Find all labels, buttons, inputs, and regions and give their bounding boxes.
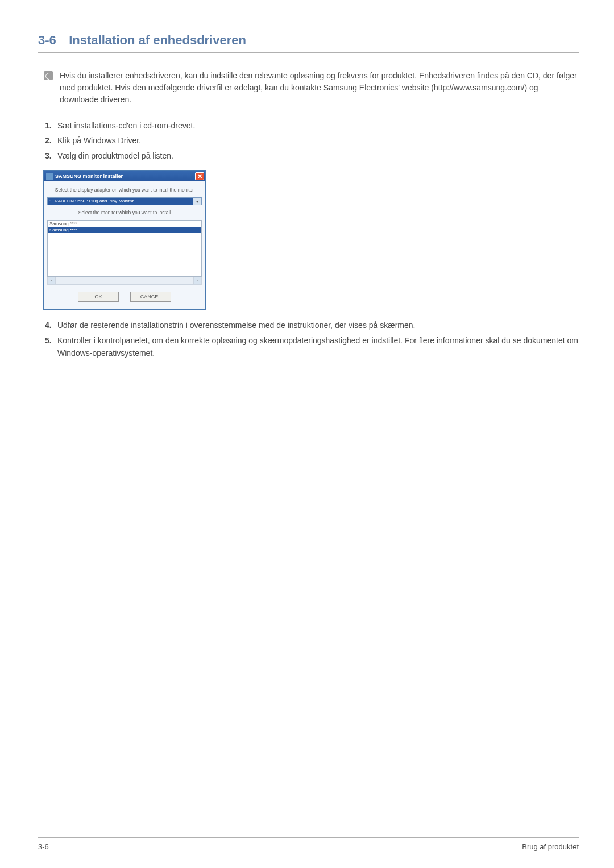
monitor-list-item-selected[interactable]: Samsung **** — [48, 227, 201, 233]
list-item: 3. Vælg din produktmodel på listen. — [45, 149, 579, 162]
dropdown-value: 1. RADEON 9550 : Plug and Play Monitor — [48, 198, 193, 205]
ok-button[interactable]: OK — [78, 292, 119, 302]
section-number: 3-6 — [38, 33, 56, 48]
list-item: 5. Kontroller i kontrolpanelet, om den k… — [45, 334, 579, 360]
page-footer: 3-6 Brug af produktet — [38, 837, 579, 851]
dialog-title: SAMSUNG monitor installer — [55, 173, 195, 179]
scroll-left-icon[interactable]: ‹ — [48, 277, 56, 284]
dialog-buttons: OK CANCEL — [47, 292, 202, 302]
list-text: Vælg din produktmodel på listen. — [57, 149, 579, 162]
list-text: Kontroller i kontrolpanelet, om den korr… — [57, 334, 579, 360]
monitor-listbox[interactable]: Samsung **** Samsung **** — [47, 220, 202, 277]
section-header: 3-6 Installation af enhedsdriveren — [38, 33, 579, 53]
adapter-label: Select the display adapter on which you … — [47, 187, 202, 193]
dialog-body: Select the display adapter on which you … — [44, 181, 205, 309]
list-item: 4. Udfør de resterende installationstrin… — [45, 319, 579, 331]
steps-list-b: 4. Udfør de resterende installationstrin… — [45, 319, 579, 359]
list-number: 5. — [45, 334, 57, 360]
scroll-right-icon[interactable]: › — [193, 277, 201, 284]
dialog-titlebar: SAMSUNG monitor installer ✕ — [44, 171, 205, 181]
list-number: 3. — [45, 149, 57, 162]
note-block: Hvis du installerer enhedsdriveren, kan … — [44, 70, 579, 106]
horizontal-scrollbar[interactable]: ‹ › — [47, 277, 202, 285]
steps-list-a: 1. Sæt installations-cd'en i cd-rom-drev… — [45, 119, 579, 162]
cancel-button[interactable]: CANCEL — [130, 292, 171, 302]
note-text: Hvis du installerer enhedsdriveren, kan … — [60, 70, 579, 106]
footer-right: Brug af produktet — [522, 842, 579, 851]
list-number: 2. — [45, 134, 57, 147]
list-item: 2. Klik på Windows Driver. — [45, 134, 579, 147]
installer-dialog: SAMSUNG monitor installer ✕ Select the d… — [43, 170, 206, 310]
list-number: 1. — [45, 119, 57, 132]
section-title: Installation af enhedsdriveren — [69, 33, 246, 48]
monitor-list-item[interactable]: Samsung **** — [48, 221, 201, 227]
list-text: Udfør de resterende installationstrin i … — [57, 319, 579, 331]
close-button[interactable]: ✕ — [195, 172, 204, 180]
list-item: 1. Sæt installations-cd'en i cd-rom-drev… — [45, 119, 579, 132]
monitor-label: Select the monitor which you want to ins… — [47, 210, 202, 215]
list-text: Sæt installations-cd'en i cd-rom-drevet. — [57, 119, 579, 132]
app-icon — [46, 173, 53, 180]
list-number: 4. — [45, 319, 57, 331]
chevron-down-icon[interactable]: ▼ — [193, 198, 201, 205]
info-icon — [44, 71, 53, 80]
list-text: Klik på Windows Driver. — [57, 134, 579, 147]
footer-left: 3-6 — [38, 842, 49, 851]
adapter-dropdown[interactable]: 1. RADEON 9550 : Plug and Play Monitor ▼ — [47, 197, 202, 205]
